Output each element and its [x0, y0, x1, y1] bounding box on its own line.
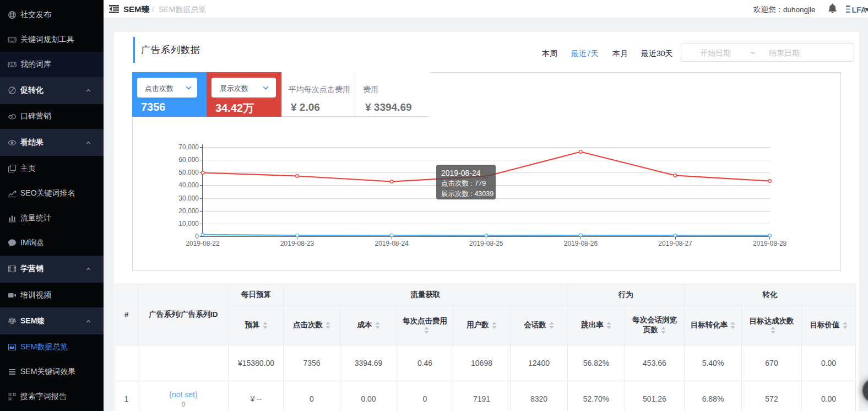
- svg-text:70,000: 70,000: [178, 143, 199, 151]
- svg-text:50,000: 50,000: [178, 169, 199, 176]
- svg-text:2019-08-26: 2019-08-26: [564, 240, 598, 247]
- svg-text:2019-08-28: 2019-08-28: [753, 240, 787, 247]
- svg-text:2019-08-25: 2019-08-25: [469, 240, 503, 247]
- svg-text:0: 0: [195, 232, 199, 240]
- svg-text:40,000: 40,000: [178, 181, 199, 189]
- svg-text:2019-08-27: 2019-08-27: [658, 240, 692, 247]
- svg-text:30,000: 30,000: [178, 194, 199, 202]
- svg-text:20,000: 20,000: [178, 207, 199, 215]
- svg-text:2019-08-22: 2019-08-22: [186, 240, 220, 247]
- svg-text:2019-08-24: 2019-08-24: [375, 240, 409, 247]
- svg-text:2019-08-23: 2019-08-23: [280, 240, 314, 247]
- svg-text:60,000: 60,000: [178, 156, 199, 164]
- svg-text:10,000: 10,000: [178, 220, 199, 228]
- svg-text:LFA: LFA: [852, 6, 866, 14]
